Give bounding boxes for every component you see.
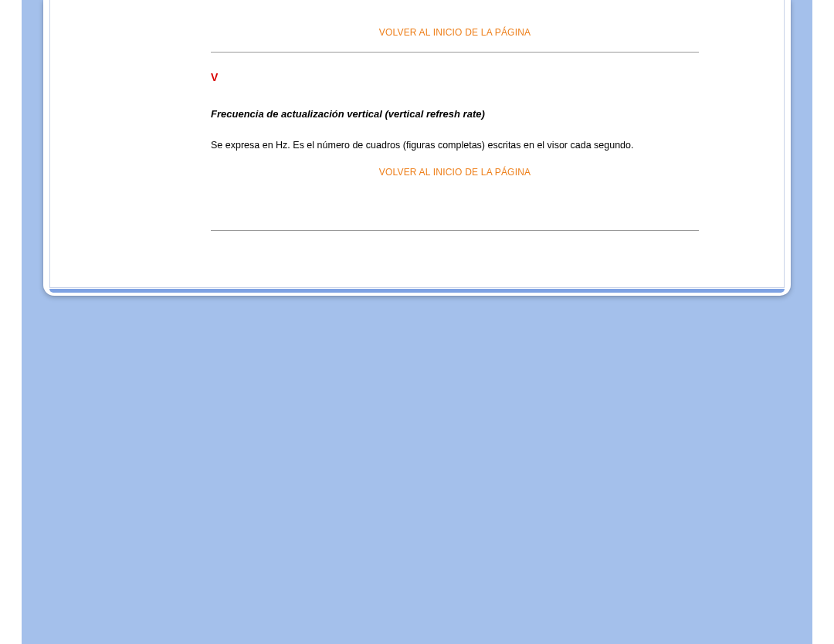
frame-bottom-accent xyxy=(49,289,785,293)
back-to-top-link-upper[interactable]: VOLVER AL INICIO DE LA PÁGINA xyxy=(211,27,699,38)
back-to-top-link-lower[interactable]: VOLVER AL INICIO DE LA PÁGINA xyxy=(211,167,699,178)
end-divider xyxy=(211,230,699,231)
document-inner: VOLVER AL INICIO DE LA PÁGINA V Frecuenc… xyxy=(49,0,785,288)
term-title: Frecuencia de actualización vertical (ve… xyxy=(211,108,699,120)
term-description: Se expresa en Hz. Es el número de cuadro… xyxy=(211,138,699,153)
document-frame: VOLVER AL INICIO DE LA PÁGINA V Frecuenc… xyxy=(43,0,791,296)
section-divider xyxy=(211,52,699,53)
content-area: VOLVER AL INICIO DE LA PÁGINA V Frecuenc… xyxy=(211,0,699,231)
glossary-letter: V xyxy=(211,71,699,83)
